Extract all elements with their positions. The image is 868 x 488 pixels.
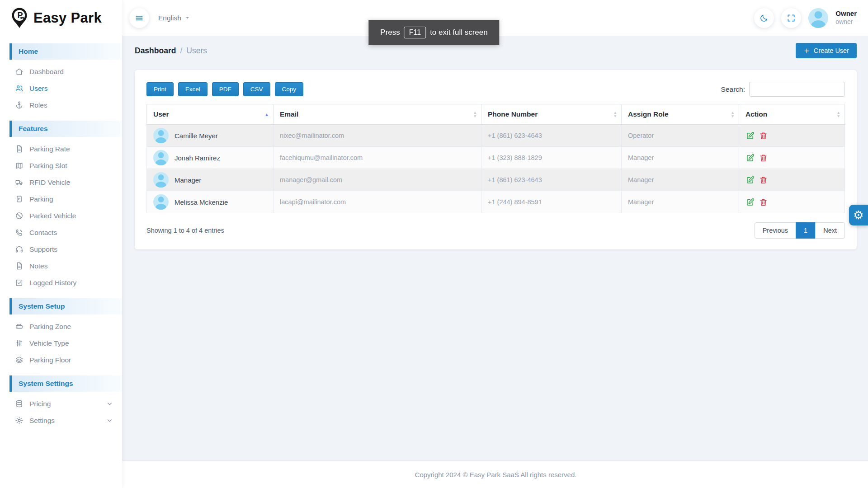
- sidebar-item-label: Contacts: [29, 229, 57, 237]
- sidebar-section-home: Home: [9, 43, 122, 60]
- table-row: Camille Meyernixec@mailinator.com+1 (861…: [147, 125, 845, 147]
- sidebar-section-system-settings: System Settings: [9, 375, 122, 392]
- export-excel-button[interactable]: Excel: [178, 82, 208, 96]
- breadcrumb: Dashboard / Users: [135, 46, 207, 56]
- column-header-phone-number[interactable]: Phone Number▲▼: [481, 104, 622, 125]
- sort-icon: ▲▼: [731, 111, 735, 118]
- edit-user-button[interactable]: [745, 131, 755, 141]
- column-header-user[interactable]: User▲: [147, 104, 274, 125]
- fullscreen-button[interactable]: [781, 8, 801, 28]
- previous-page-button[interactable]: Previous: [755, 222, 796, 239]
- sort-icon: ▲▼: [613, 111, 617, 118]
- headphones-icon: [15, 245, 24, 253]
- next-page-button[interactable]: Next: [815, 222, 845, 239]
- column-label: Phone Number: [488, 110, 538, 118]
- sidebar-item-dashboard[interactable]: Dashboard: [0, 63, 122, 80]
- edit-user-button[interactable]: [745, 175, 755, 185]
- sidebar-item-label: Parking: [29, 195, 53, 203]
- users-icon: [15, 84, 24, 93]
- brand[interactable]: P Easy Park: [0, 0, 122, 36]
- table-toolbar: PrintExcelPDFCSVCopy Search:: [146, 82, 845, 97]
- delete-user-button[interactable]: [759, 131, 768, 141]
- sidebar-item-vehicle-type[interactable]: Vehicle Type: [0, 335, 122, 352]
- expand-icon: [787, 14, 796, 23]
- chevron-down-icon: [106, 417, 113, 424]
- sort-asc-icon: ▲: [264, 112, 269, 117]
- export-pdf-button[interactable]: PDF: [212, 82, 239, 96]
- delete-user-button[interactable]: [759, 175, 768, 185]
- user-avatar[interactable]: [808, 8, 828, 28]
- truck-icon: [15, 178, 24, 187]
- page-head: Dashboard / Users Create User: [135, 43, 857, 58]
- theme-settings-button[interactable]: ⚙: [849, 205, 868, 225]
- phone-icon: [15, 228, 24, 237]
- entries-summary: Showing 1 to 4 of 4 entries: [146, 227, 224, 234]
- sidebar-item-label: Dashboard: [29, 68, 64, 76]
- column-header-assign-role[interactable]: Assign Role▲▼: [622, 104, 739, 125]
- user-meta: Owner owner: [835, 9, 857, 26]
- anchor-icon: [15, 101, 24, 109]
- edit-user-button[interactable]: [745, 197, 755, 207]
- sidebar-toggle-button[interactable]: [129, 8, 149, 28]
- sidebar-item-contacts[interactable]: Contacts: [0, 224, 122, 241]
- column-header-action[interactable]: Action▲▼: [739, 104, 845, 125]
- sort-icon: ▲▼: [837, 111, 840, 118]
- sidebar-item-rfid-vehicle[interactable]: RFID Vehicle: [0, 174, 122, 191]
- sidebar-item-pricing[interactable]: Pricing: [0, 395, 122, 412]
- sidebar-item-supports[interactable]: Supports: [0, 241, 122, 258]
- breadcrumb-section[interactable]: Dashboard: [135, 46, 176, 56]
- breadcrumb-page: Users: [186, 46, 207, 56]
- action-cell: [745, 175, 838, 185]
- users-table: User▲Email▲▼Phone Number▲▼Assign Role▲▼A…: [146, 104, 845, 213]
- sidebar-item-parking-slot[interactable]: Parking Slot: [0, 157, 122, 174]
- user-cell: Jonah Ramirez: [153, 150, 267, 165]
- create-user-button[interactable]: Create User: [796, 43, 857, 58]
- sidebar-item-label: RFID Vehicle: [29, 178, 70, 187]
- sidebar-item-settings[interactable]: Settings: [0, 412, 122, 429]
- sidebar-item-parking-rate[interactable]: Parking Rate: [0, 141, 122, 157]
- row-avatar: [153, 128, 169, 143]
- search-input[interactable]: [749, 82, 845, 97]
- sidebar-item-label: Parking Rate: [29, 145, 70, 153]
- sidebar-item-parking-floor[interactable]: Parking Floor: [0, 352, 122, 368]
- sidebar-item-notes[interactable]: Notes: [0, 258, 122, 274]
- delete-user-button[interactable]: [759, 153, 768, 163]
- delete-user-button[interactable]: [759, 197, 768, 207]
- current-page-button[interactable]: 1: [796, 222, 816, 239]
- fullscreen-toast: Press F11 to exit full screen: [368, 20, 499, 45]
- database-icon: [15, 399, 24, 408]
- sidebar-item-parked-vehicle[interactable]: Parked Vehicle: [0, 207, 122, 224]
- edit-user-button[interactable]: [745, 153, 755, 163]
- user-name: Owner: [835, 9, 857, 18]
- sidebar-item-logged-history[interactable]: Logged History: [0, 274, 122, 291]
- users-table-card: PrintExcelPDFCSVCopy Search: User▲Email▲…: [135, 70, 857, 249]
- trash-icon: [759, 175, 768, 185]
- brand-logo-icon: P: [11, 7, 28, 29]
- sidebar-item-parking-zone[interactable]: Parking Zone: [0, 318, 122, 335]
- search-label: Search:: [721, 85, 745, 94]
- page-content: Dashboard / Users Create User PrintExcel…: [122, 36, 868, 461]
- language-selector[interactable]: English: [158, 14, 190, 22]
- sidebar-section-system-setup: System Setup: [9, 298, 122, 314]
- table-header-row: User▲Email▲▼Phone Number▲▼Assign Role▲▼A…: [147, 104, 845, 125]
- map-icon: [15, 161, 24, 170]
- sidebar-item-roles[interactable]: Roles: [0, 97, 122, 113]
- edit-icon: [745, 153, 755, 163]
- edit-icon: [745, 131, 755, 141]
- export-copy-button[interactable]: Copy: [275, 82, 304, 96]
- dark-mode-button[interactable]: [754, 8, 774, 28]
- email-cell: nixec@mailinator.com: [274, 125, 481, 147]
- column-header-email[interactable]: Email▲▼: [274, 104, 481, 125]
- layers-icon: [15, 356, 24, 364]
- export-print-button[interactable]: Print: [146, 82, 174, 96]
- export-csv-button[interactable]: CSV: [243, 82, 270, 96]
- user-cell: Manager: [153, 172, 267, 188]
- sidebar-item-parking[interactable]: Parking: [0, 191, 122, 207]
- gear-icon: [15, 416, 24, 425]
- user-cell: Melissa Mckenzie: [153, 194, 267, 210]
- pagination: Previous 1 Next: [755, 222, 845, 239]
- edit-icon: [745, 175, 755, 185]
- language-label: English: [158, 14, 181, 22]
- sidebar-item-users[interactable]: Users: [0, 80, 122, 97]
- check-square-icon: [15, 278, 24, 287]
